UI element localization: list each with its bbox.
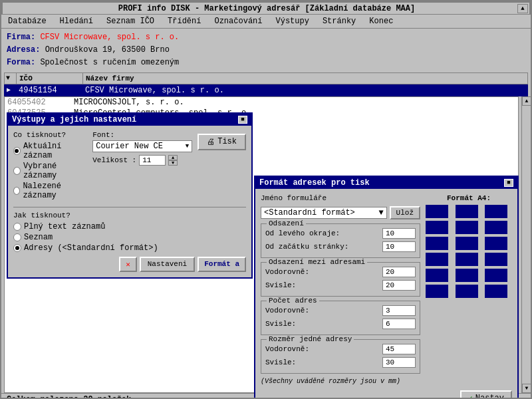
vodorovne3-input[interactable] [382, 344, 416, 354]
spinner-down[interactable]: ▼ [168, 160, 178, 166]
velikost-input[interactable] [139, 155, 166, 166]
format-right: Formát A4: [426, 194, 512, 385]
a4-preview-box [426, 285, 448, 298]
modal-format-close[interactable]: ■ [504, 179, 513, 187]
format-note: (Všechny uváděné rozměry jsou v mm) [261, 378, 420, 385]
menu-vystupy[interactable]: Výstupy [271, 16, 313, 27]
a4-preview-box [426, 221, 448, 234]
radio-nalezene[interactable]: Nalezené záznamy [13, 182, 87, 200]
od-zacatku-label: Od začátku stránky: [265, 243, 380, 251]
radio-nalezene-dot [13, 187, 20, 195]
menu-trideni[interactable]: Třídění [164, 16, 205, 27]
jmeno-select-text: <Standardní formát> [264, 208, 355, 217]
a4-preview-box [485, 253, 507, 266]
scroll-down-button[interactable]: ▼ [522, 384, 531, 393]
vodorovne1-row: Vodorovně: [265, 267, 416, 277]
radio-plny[interactable]: Plný text záznamů [13, 222, 246, 231]
printer-icon: 🖨 [207, 137, 215, 147]
font-select-text: Courier New CE [96, 142, 186, 151]
jmeno-dropdown-icon: ▼ [378, 208, 383, 217]
menu-seznam-ico[interactable]: Seznam IČO [102, 16, 158, 27]
radio-plny-dot [13, 223, 21, 231]
vodorovne1-input[interactable] [382, 267, 416, 277]
tisk-button[interactable]: 🖨 Tisk [198, 134, 246, 150]
radio-adresy-label: Adresy (<Standardní formát>) [24, 243, 158, 253]
radio-vybrane[interactable]: Vybrané záznamy [13, 162, 87, 180]
vodorovne1-label: Vodorovně: [265, 268, 380, 276]
a4-preview-box [456, 285, 478, 298]
menu-databaze[interactable]: Databáze [4, 16, 51, 27]
a4-preview-box [456, 221, 478, 234]
format-button[interactable]: Formát a [198, 257, 246, 272]
scroll-up-button[interactable]: ▲ [522, 96, 531, 106]
adresa-value: Ondrouškova 19, 63500 Brno [45, 45, 170, 55]
menu-bar: Databáze Hledání Seznam IČO Třídění Ozna… [1, 15, 531, 29]
svisle2-label: Svisle: [265, 320, 380, 328]
svisle2-row: Svisle: [265, 319, 416, 329]
a4-preview-box [456, 269, 478, 282]
svisle3-input[interactable] [382, 357, 416, 368]
svisle1-input[interactable] [382, 280, 416, 291]
a4-preview-box [456, 253, 478, 266]
firma-value: CFSV Microwave, spol. s r. o. [40, 33, 179, 42]
title-bar: PROFI info DISK - Marketingový adresář [… [1, 1, 531, 15]
a4-preview-box [426, 253, 448, 266]
svisle3-label: Svisle: [265, 358, 380, 366]
ico-col-header: IČO [17, 73, 83, 84]
od-leveho-input[interactable] [382, 228, 416, 239]
vodorovne2-row: Vodorovně: [265, 305, 416, 316]
a4-preview-box [456, 205, 478, 218]
menu-hledani[interactable]: Hledání [56, 16, 97, 27]
format-left: Jméno formuláře <Standardní formát> ▼ Ul… [261, 194, 420, 385]
od-zacatku-input[interactable] [382, 241, 416, 252]
font-select[interactable]: Courier New CE ▼ [92, 140, 192, 152]
jmeno-select[interactable]: <Standardní formát> ▼ [261, 207, 387, 219]
modal-vystupy-body: Co tisknout? Aktuální záznam Vybrané záz… [8, 126, 251, 277]
a4-grid [426, 205, 512, 298]
menu-stranky[interactable]: Stránky [319, 16, 360, 27]
nastav-label: Nastav [475, 394, 504, 399]
radio-aktual[interactable]: Aktuální záznam [13, 142, 87, 160]
menu-oznacovani[interactable]: Označování [210, 16, 266, 27]
jmeno-row: Jméno formuláře [261, 194, 420, 202]
odsazeni-mezi-title: Odsazení mezi adresami [267, 258, 367, 266]
jak-tisknout-label: Jak tisknout? [13, 211, 246, 219]
list-item[interactable]: 64055402MICROCONSJOLT, s. r. o. [5, 97, 518, 108]
jmeno-input-row: <Standardní formát> ▼ Ulož [261, 206, 420, 219]
svisle2-input[interactable] [382, 319, 416, 329]
bottom-buttons: ✕ Nastaveni Formát a [13, 257, 246, 272]
nastaveni-button[interactable]: Nastaveni [140, 257, 195, 272]
radio-vybrane-dot [13, 167, 21, 175]
radio-seznam-dot [13, 233, 21, 241]
menu-konec[interactable]: Konec [365, 16, 397, 27]
top-row: Co tisknout? Aktuální záznam Vybrané záz… [13, 131, 246, 203]
close-button[interactable]: ▲ [517, 4, 528, 13]
odsazeni-box: Odsazení Od levého okraje: Od začátku st… [261, 223, 420, 258]
nastav-button[interactable]: ✓ Nastav [460, 390, 512, 399]
svisle3-row: Svisle: [265, 357, 416, 368]
radio-adresy-dot [13, 244, 21, 252]
rozmer-box: Rozměr jedné adresy Vodorovně: Svisle: [261, 339, 420, 374]
cancel-button[interactable]: ✕ [119, 257, 137, 272]
uloz-button[interactable]: Ulož [390, 206, 420, 219]
svisle1-row: Svisle: [265, 280, 416, 291]
selected-row[interactable]: ▶ 49451154 CFSV Microwave, spol. s r. o. [4, 84, 528, 96]
modal-vystupy-titlebar: Výstupy a jejich nastavení ■ [8, 114, 251, 126]
odsazeni-title: Odsazení [267, 219, 306, 227]
spinner-up[interactable]: ▲ [168, 155, 178, 160]
co-tisknout-group: Aktuální záznam Vybrané záznamy Nalezené… [13, 142, 87, 200]
name-col-header: Název firmy [83, 73, 518, 84]
modal-vystupy-close[interactable]: ■ [238, 116, 247, 124]
radio-adresy[interactable]: Adresy (<Standardní formát>) [13, 243, 246, 253]
adresa-label: Adresa: [7, 45, 40, 55]
svisle1-label: Svisle: [265, 281, 380, 289]
radio-seznam[interactable]: Seznam [13, 233, 246, 242]
a4-preview-box [485, 221, 507, 234]
main-area: ▼ IČO Název firmy ▶ 49451154 CFSV Microw… [1, 72, 531, 399]
status-text: Celkem nalezeno 39 položek. [7, 395, 136, 399]
outer-window: PROFI info DISK - Marketingový adresář [… [0, 0, 532, 399]
vodorovne2-input[interactable] [382, 305, 416, 316]
font-section: Font: Courier New CE ▼ Velikost : ▲ ▼ [92, 131, 192, 166]
vodorovne2-label: Vodorovně: [265, 307, 380, 315]
a4-preview-box [456, 237, 478, 250]
